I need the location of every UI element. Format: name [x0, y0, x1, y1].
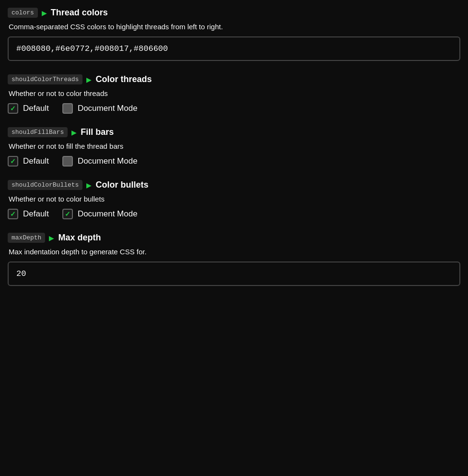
arrow-icon-shouldFillBars: ▶ — [71, 129, 77, 136]
badge-shouldFillBars: shouldFillBars — [8, 127, 68, 137]
section-title-colors: Thread colors — [51, 8, 108, 18]
checkbox-box-shouldColorThreads-docmode[interactable] — [62, 103, 73, 114]
section-description-maxDepth: Max indentation depth to generate CSS fo… — [8, 248, 460, 256]
checkbox-item-shouldFillBars-default[interactable]: Default — [8, 156, 49, 167]
checkbox-box-shouldColorBullets-docmode[interactable] — [62, 209, 73, 219]
section-header-maxDepth: maxDepth▶Max depth — [8, 233, 460, 243]
section-title-shouldFillBars: Fill bars — [81, 127, 114, 137]
section-header-colors: colors▶Thread colors — [8, 8, 460, 18]
section-header-shouldColorBullets: shouldColorBullets▶Color bullets — [8, 180, 460, 190]
section-header-shouldColorThreads: shouldColorThreads▶Color threads — [8, 74, 460, 84]
section-shouldFillBars: shouldFillBars▶Fill barsWhether or not t… — [8, 127, 460, 167]
checkbox-label-shouldColorBullets-docmode: Document Mode — [78, 209, 138, 219]
arrow-icon-colors: ▶ — [42, 9, 47, 17]
checkbox-box-shouldFillBars-docmode[interactable] — [62, 156, 73, 167]
section-title-maxDepth: Max depth — [58, 233, 101, 243]
section-header-shouldFillBars: shouldFillBars▶Fill bars — [8, 127, 460, 137]
badge-maxDepth: maxDepth — [8, 233, 45, 243]
section-shouldColorBullets: shouldColorBullets▶Color bulletsWhether … — [8, 180, 460, 219]
checkbox-label-shouldColorBullets-default: Default — [23, 209, 49, 219]
badge-colors: colors — [8, 8, 38, 18]
checkbox-item-shouldColorBullets-docmode[interactable]: Document Mode — [62, 209, 138, 219]
section-colors: colors▶Thread colorsComma-separated CSS … — [8, 8, 460, 61]
arrow-icon-shouldColorBullets: ▶ — [86, 181, 92, 189]
section-title-shouldColorBullets: Color bullets — [95, 180, 148, 190]
checkbox-row-shouldColorBullets: DefaultDocument Mode — [8, 209, 460, 219]
checkbox-label-shouldFillBars-docmode: Document Mode — [78, 156, 138, 166]
checkbox-item-shouldFillBars-docmode[interactable]: Document Mode — [62, 156, 138, 167]
section-description-shouldColorBullets: Whether or not to color bullets — [8, 195, 460, 203]
checkbox-label-shouldColorThreads-docmode: Document Mode — [78, 104, 138, 113]
section-maxDepth: maxDepth▶Max depthMax indentation depth … — [8, 233, 460, 286]
arrow-icon-maxDepth: ▶ — [49, 234, 54, 242]
checkbox-item-shouldColorThreads-docmode[interactable]: Document Mode — [62, 103, 138, 114]
checkbox-box-shouldColorThreads-default[interactable] — [8, 103, 18, 114]
section-title-shouldColorThreads: Color threads — [95, 74, 152, 84]
input-colors[interactable] — [8, 36, 460, 61]
checkbox-item-shouldColorBullets-default[interactable]: Default — [8, 209, 49, 219]
section-description-shouldColorThreads: Whether or not to color threads — [8, 89, 460, 97]
checkbox-row-shouldColorThreads: DefaultDocument Mode — [8, 103, 460, 114]
checkbox-box-shouldColorBullets-default[interactable] — [8, 209, 18, 219]
badge-shouldColorThreads: shouldColorThreads — [8, 74, 82, 84]
checkbox-box-shouldFillBars-default[interactable] — [8, 156, 18, 167]
badge-shouldColorBullets: shouldColorBullets — [8, 180, 82, 190]
section-description-shouldFillBars: Whether or not to fill the thread bars — [8, 142, 460, 150]
checkbox-label-shouldColorThreads-default: Default — [23, 104, 49, 113]
checkbox-label-shouldFillBars-default: Default — [23, 156, 49, 166]
input-maxDepth[interactable] — [8, 262, 460, 286]
checkbox-item-shouldColorThreads-default[interactable]: Default — [8, 103, 49, 114]
arrow-icon-shouldColorThreads: ▶ — [86, 76, 92, 83]
checkbox-row-shouldFillBars: DefaultDocument Mode — [8, 156, 460, 167]
section-description-colors: Comma-separated CSS colors to highlight … — [8, 23, 460, 31]
settings-panel: colors▶Thread colorsComma-separated CSS … — [8, 8, 460, 286]
section-shouldColorThreads: shouldColorThreads▶Color threadsWhether … — [8, 74, 460, 114]
